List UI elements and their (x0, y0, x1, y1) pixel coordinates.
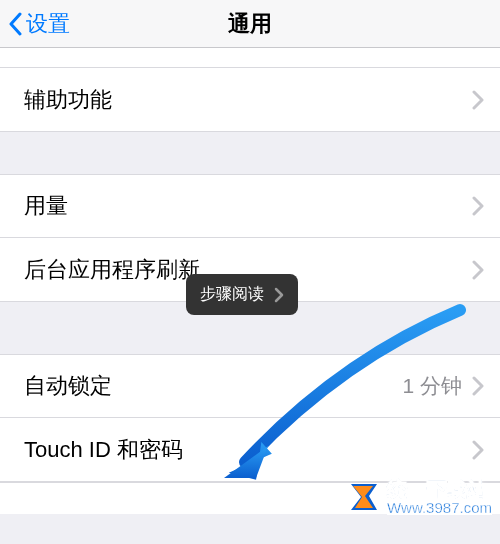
watermark-name: 统一下载站 (387, 478, 492, 500)
page-title: 通用 (228, 9, 272, 39)
chevron-right-icon (472, 196, 484, 216)
back-chevron-icon (8, 12, 22, 36)
back-button[interactable]: 设置 (0, 9, 70, 39)
watermark: 统一下载站 Www.3987.com (347, 478, 492, 517)
partial-cell-top (0, 48, 500, 68)
step-reading-tooltip[interactable]: 步骤阅读 (186, 274, 298, 315)
cell-auto-lock[interactable]: 自动锁定 1 分钟 (0, 354, 500, 418)
cell-accessibility[interactable]: 辅助功能 (0, 68, 500, 132)
chevron-right-icon (472, 440, 484, 460)
nav-header: 设置 通用 (0, 0, 500, 48)
back-label: 设置 (26, 9, 70, 39)
chevron-right-icon (472, 260, 484, 280)
chevron-right-icon (472, 376, 484, 396)
section-separator (0, 132, 500, 174)
cell-label: 辅助功能 (24, 85, 472, 115)
cell-touch-id-passcode[interactable]: Touch ID 和密码 (0, 418, 500, 482)
cell-label: Touch ID 和密码 (24, 435, 472, 465)
chevron-right-icon (472, 90, 484, 110)
watermark-url: Www.3987.com (387, 500, 492, 517)
cell-label: 自动锁定 (24, 371, 402, 401)
cell-label: 用量 (24, 191, 472, 221)
cell-usage[interactable]: 用量 (0, 174, 500, 238)
chevron-right-icon (274, 287, 284, 303)
watermark-logo-icon (347, 480, 381, 514)
tooltip-text: 步骤阅读 (200, 284, 264, 305)
cell-value: 1 分钟 (402, 372, 462, 400)
